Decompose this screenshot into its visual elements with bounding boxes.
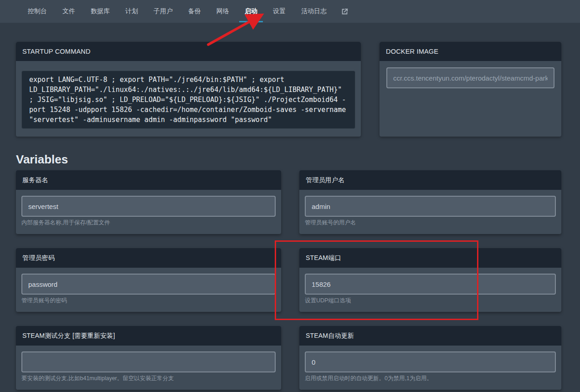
external-link-icon[interactable] — [334, 0, 355, 23]
variable-card-steam-beta-branch: STEAM测试分支 [需要重新安装] 要安装的测试分支,比如b41multipl… — [16, 326, 281, 390]
variable-help: 管理员账号的用户名 — [305, 219, 556, 226]
docker-image-panel: DOCKER IMAGE — [380, 42, 561, 137]
variable-card-admin-username: 管理员用户名 管理员账号的用户名 — [299, 170, 561, 234]
tab-databases[interactable]: 数据库 — [83, 0, 118, 23]
variable-label: 管理员密码 — [16, 248, 281, 268]
variable-help: 管理员账号的密码 — [21, 297, 276, 304]
tab-activity-log[interactable]: 活动日志 — [293, 0, 334, 23]
variable-card-steam-port: STEAM端口 设置UDP端口选项 — [299, 248, 561, 312]
startup-command-text: export LANG=C.UTF-8 ; export PATH="./jre… — [21, 71, 355, 129]
variable-label: STEAM测试分支 [需要重新安装] — [16, 326, 281, 346]
docker-image-title: DOCKER IMAGE — [380, 42, 561, 61]
variables-heading: Variables — [16, 153, 561, 166]
steam-auto-update-input[interactable] — [305, 351, 556, 372]
variable-label: STEAM自动更新 — [299, 326, 561, 346]
server-name-input[interactable] — [21, 196, 276, 217]
tab-network[interactable]: 网络 — [209, 0, 237, 23]
variable-card-admin-password: 管理员密码 管理员账号的密码 — [16, 248, 281, 312]
admin-username-input[interactable] — [305, 196, 556, 217]
startup-command-panel: STARTUP COMMAND export LANG=C.UTF-8 ; ex… — [16, 42, 361, 137]
variable-help: 启用或禁用启动时的自动更新。0为禁用,1为启用。 — [305, 375, 556, 382]
tab-backups[interactable]: 备份 — [180, 0, 209, 23]
steam-port-input[interactable] — [305, 274, 556, 295]
server-nav: 控制台 文件 数据库 计划 子用户 备份 网络 启动 设置 活动日志 — [0, 0, 580, 23]
tab-subusers[interactable]: 子用户 — [146, 0, 180, 23]
variable-help: 设置UDP端口选项 — [305, 297, 556, 304]
variable-help: 要安装的测试分支,比如b41multiplayer。留空以安装正常分支 — [21, 375, 276, 382]
variable-label: 服务器名 — [16, 170, 281, 190]
variable-card-steam-auto-update: STEAM自动更新 启用或禁用启动时的自动更新。0为禁用,1为启用。 — [299, 326, 561, 390]
startup-command-title: STARTUP COMMAND — [16, 42, 361, 61]
variable-label: STEAM端口 — [299, 248, 561, 268]
tab-settings[interactable]: 设置 — [265, 0, 293, 23]
variable-card-server-name: 服务器名 内部服务器名称,用于保存/配置文件 — [16, 170, 281, 234]
tab-files[interactable]: 文件 — [55, 0, 83, 23]
steam-beta-branch-input[interactable] — [21, 351, 276, 372]
startup-page: STARTUP COMMAND export LANG=C.UTF-8 ; ex… — [0, 23, 580, 390]
admin-password-input[interactable] — [21, 274, 276, 295]
variable-label: 管理员用户名 — [299, 170, 561, 190]
variable-help: 内部服务器名称,用于保存/配置文件 — [21, 219, 276, 226]
docker-image-input — [386, 67, 554, 88]
tab-startup[interactable]: 启动 — [237, 0, 265, 23]
tab-console[interactable]: 控制台 — [20, 0, 55, 23]
tab-schedules[interactable]: 计划 — [118, 0, 146, 23]
